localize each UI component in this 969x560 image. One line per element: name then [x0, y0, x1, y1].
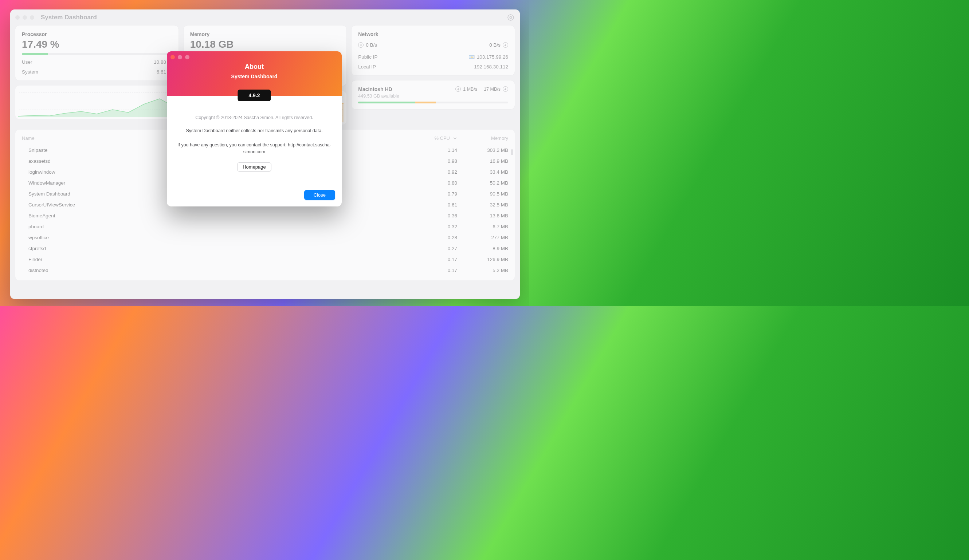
process-cpu: 0.98: [417, 158, 457, 164]
process-cpu: 0.79: [417, 191, 457, 197]
disk-subtitle: 449.53 GB available: [358, 93, 399, 99]
processor-card: Processor 17.49 % User 10.88 % System 6.…: [15, 25, 178, 80]
memory-value: 10.18 GB: [190, 38, 340, 50]
processor-title: Processor: [22, 31, 172, 37]
close-window-button[interactable]: [15, 15, 20, 20]
process-cpu: 0.27: [417, 246, 457, 251]
process-cpu: 1.14: [417, 148, 457, 153]
about-minimize-window-button: [178, 55, 182, 59]
processor-user-label: User: [22, 59, 32, 65]
network-down-value: 0 B/s: [489, 42, 501, 48]
network-up-value: 0 B/s: [366, 42, 377, 48]
table-row[interactable]: Finder0.17126.9 MB: [22, 254, 508, 265]
about-zoom-window-button: [185, 55, 190, 59]
process-memory: 303.2 MB: [457, 148, 508, 153]
process-cpu: 0.80: [417, 180, 457, 186]
table-row[interactable]: pboard0.326.7 MB: [22, 221, 508, 232]
disk-card: Macintosh HD 449.53 GB available 1 MB/s: [351, 80, 515, 109]
processor-chart: [15, 86, 178, 119]
process-memory: 8.9 MB: [457, 246, 508, 251]
zoom-window-button[interactable]: [30, 15, 34, 20]
table-row[interactable]: cfprefsd0.278.9 MB: [22, 243, 508, 254]
scrollbar-thumb[interactable]: [511, 149, 513, 155]
processor-system-label: System: [22, 69, 38, 75]
process-cpu: 0.92: [417, 169, 457, 175]
disk-title: Macintosh HD: [358, 86, 399, 92]
version-badge: 4.9.2: [238, 90, 271, 101]
process-memory: 16.9 MB: [457, 158, 508, 164]
process-cpu: 0.28: [417, 235, 457, 240]
process-name: BiomeAgent: [22, 213, 417, 218]
memory-title: Memory: [190, 31, 340, 37]
disk-write-value: 17 MB/s: [484, 86, 501, 92]
process-name: Finder: [22, 257, 417, 262]
about-subtitle: System Dashboard: [167, 73, 342, 80]
homepage-button[interactable]: Homepage: [237, 163, 271, 171]
titlebar: System Dashboard: [10, 10, 520, 25]
process-memory: 277 MB: [457, 235, 508, 240]
process-name: cfprefsd: [22, 246, 417, 251]
column-memory[interactable]: Memory: [457, 135, 508, 141]
process-name: wpsoffice: [22, 235, 417, 240]
public-ip-label: Public IP: [358, 54, 377, 60]
download-icon: [503, 42, 508, 48]
network-card: Network 0 B/s 0 B/s: [351, 25, 515, 75]
copyright-text: Copyright © 2018-2024 Sascha Simon. All …: [177, 115, 331, 120]
process-cpu: 0.36: [417, 213, 457, 218]
process-cpu: 0.32: [417, 224, 457, 229]
process-memory: 50.2 MB: [457, 180, 508, 186]
public-ip-value: 103.175.99.26: [477, 54, 508, 60]
process-name: distnoted: [22, 268, 417, 273]
process-memory: 33.4 MB: [457, 169, 508, 175]
process-cpu: 0.61: [417, 202, 457, 208]
close-button[interactable]: Close: [304, 190, 335, 200]
process-cpu: 0.17: [417, 268, 457, 273]
process-memory: 13.6 MB: [457, 213, 508, 218]
privacy-text: System Dashboard neither collects nor tr…: [177, 128, 331, 135]
process-cpu: 0.17: [417, 257, 457, 262]
svg-point-0: [508, 15, 514, 20]
flag-icon: [469, 55, 475, 59]
disk-usage-bar: [358, 101, 508, 103]
process-memory: 5.2 MB: [457, 268, 508, 273]
process-memory: 32.5 MB: [457, 202, 508, 208]
table-row[interactable]: distnoted0.175.2 MB: [22, 265, 508, 276]
processor-value: 17.49 %: [22, 38, 172, 50]
process-memory: 90.5 MB: [457, 191, 508, 197]
support-text: If you have any question, you can contac…: [177, 142, 331, 156]
upload-icon: [358, 42, 363, 48]
process-memory: 126.9 MB: [457, 257, 508, 262]
table-row[interactable]: BiomeAgent0.3613.6 MB: [22, 211, 508, 221]
process-name: pboard: [22, 224, 417, 229]
local-ip-value: 192.168.30.112: [474, 64, 508, 70]
disk-read-value: 1 MB/s: [463, 86, 477, 92]
chevron-down-icon: [453, 136, 457, 141]
window-title: System Dashboard: [41, 14, 97, 21]
table-row[interactable]: wpsoffice0.28277 MB: [22, 232, 508, 243]
process-memory: 6.7 MB: [457, 224, 508, 229]
svg-point-1: [509, 17, 512, 18]
about-title: About: [167, 52, 342, 71]
column-cpu[interactable]: % CPU: [417, 135, 457, 141]
about-dialog: About System Dashboard 4.9.2 Copyright ©…: [167, 52, 342, 206]
settings-icon[interactable]: [507, 13, 515, 22]
network-title: Network: [358, 31, 508, 37]
disk-read-icon: [455, 86, 461, 92]
processor-bar: [22, 53, 172, 55]
minimize-window-button[interactable]: [23, 15, 27, 20]
disk-write-icon: [503, 86, 508, 92]
local-ip-label: Local IP: [358, 64, 376, 70]
window-controls: [15, 15, 34, 20]
about-close-window-button[interactable]: [170, 55, 175, 59]
